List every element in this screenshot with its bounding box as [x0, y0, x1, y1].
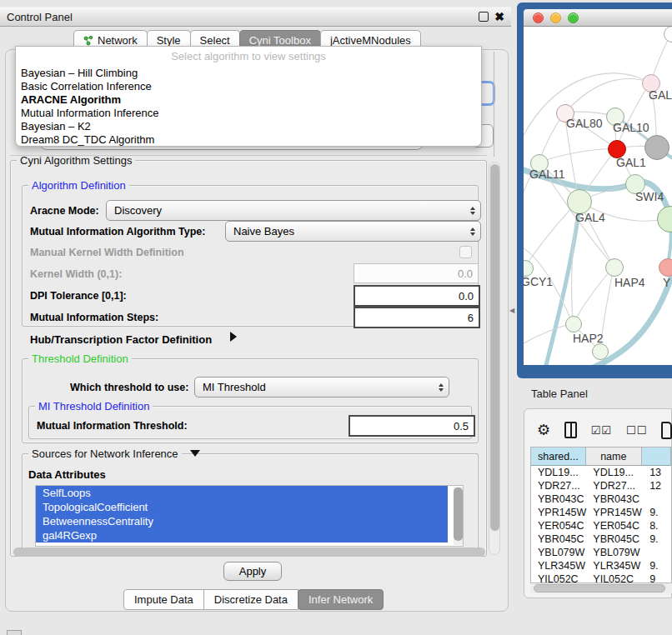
select-all-icon[interactable]: ☑☑ [591, 424, 612, 437]
bottom-tabbar: Impute Data Discretize Data Infer Networ… [123, 589, 383, 610]
table-cell: YDR27... [531, 480, 588, 492]
table-row[interactable]: YDL19...YDL19...13 [531, 466, 671, 479]
table-row[interactable]: YER054CYER054C8. [531, 519, 671, 532]
table-row[interactable]: YBL079WYBL079W [531, 546, 671, 559]
document-icon[interactable] [661, 422, 672, 439]
float-panel-icon[interactable] [479, 12, 489, 22]
aracne-mode-select[interactable]: Discovery [106, 200, 481, 221]
table-row[interactable]: YDR27...YDR27...12 [531, 479, 671, 492]
algorithm-option[interactable]: Bayesian – Hill Climbing [16, 67, 481, 80]
sources-group-title[interactable]: Sources for Network Inference [28, 448, 182, 459]
table-row[interactable]: YBR045CYBR045C9. [531, 532, 671, 546]
table-cell: YBL079W [531, 547, 588, 558]
which-threshold-select[interactable]: MI Threshold [194, 377, 449, 398]
data-attribute-item[interactable]: BetweennessCentrality [36, 514, 448, 528]
settings-vscrollbar-thumb[interactable] [490, 164, 499, 531]
column-header-partial[interactable] [642, 448, 671, 466]
aracne-mode-value: Discovery [114, 204, 162, 217]
mi-type-select[interactable]: Naive Bayes [225, 221, 481, 242]
data-attribute-item[interactable]: SelfLoops [36, 486, 448, 500]
table-cell: 13 [646, 467, 671, 478]
network-node[interactable] [605, 258, 624, 277]
mi-steps-field[interactable]: 6 [354, 307, 480, 328]
table-row[interactable]: YPR145WYPR145W9. [531, 506, 671, 519]
data-attribute-item[interactable]: TopologicalCoefficient [36, 500, 448, 514]
network-canvas[interactable]: GALGAL80GAL10GAL1GAL11SWI4GAL4GCY1HAP4YH… [524, 27, 672, 365]
node-label: GAL80 [566, 117, 603, 130]
table-cell: 12 [646, 480, 671, 492]
tab-label: Style [157, 34, 181, 47]
table-header-row: shared... name [531, 448, 671, 466]
dpi-tolerance-field[interactable]: 0.0 [354, 285, 480, 307]
manual-kernel-checkbox[interactable] [459, 246, 472, 258]
collapse-arrow-icon[interactable] [190, 450, 200, 457]
table-row[interactable]: YLR345WYLR345W9. [531, 559, 671, 572]
table-hscrollbar-thumb[interactable] [534, 584, 665, 592]
apply-button[interactable]: Apply [223, 562, 282, 581]
list-scrollbar-thumb[interactable] [454, 488, 463, 541]
table-cell: 9. [646, 560, 671, 572]
algorithm-option[interactable]: Bayesian – K2 [16, 120, 481, 133]
table-cell: YDR27... [588, 480, 646, 492]
stepper-icon [470, 207, 475, 215]
which-threshold-value: MI Threshold [203, 381, 266, 393]
kernel-width-field[interactable]: 0.0 [354, 263, 479, 283]
network-node[interactable] [565, 316, 582, 332]
divider [494, 52, 494, 157]
node-label: GAL1 [616, 156, 646, 169]
tab-discretize-data[interactable]: Discretize Data [203, 589, 298, 610]
tab-label: jActiveMNodules [330, 34, 411, 47]
tab-label: Cyni Toolbox [249, 34, 311, 47]
table-cell: YIL052C [588, 573, 646, 583]
deselect-all-icon[interactable]: ☐☐ [626, 424, 647, 437]
algorithm-popup-list: Bayesian – Hill ClimbingBasic Correlatio… [16, 67, 481, 147]
table-cell: YDL19... [588, 467, 646, 478]
settings-group-title: Cyni Algorithm Settings [17, 155, 135, 166]
expand-arrow-icon[interactable] [230, 332, 237, 342]
mi-type-value: Naive Bayes [233, 225, 294, 238]
data-attributes-list[interactable]: SelfLoopsTopologicalCoefficientBetweenne… [35, 485, 464, 547]
minimize-window-icon[interactable] [550, 12, 561, 23]
table-row[interactable]: YBR043CYBR043C [531, 492, 671, 506]
column-header-name[interactable]: name [586, 448, 642, 466]
split-view-icon[interactable] [564, 422, 577, 438]
panel-collapse-handle[interactable]: ◀ [509, 307, 514, 314]
tab-label: Network [98, 34, 138, 47]
corner-widget[interactable] [7, 630, 22, 635]
network-window-titlebar[interactable] [524, 9, 672, 27]
tab-impute-data[interactable]: Impute Data [123, 589, 204, 610]
table-cell: YPR145W [588, 507, 646, 518]
stepper-icon [439, 383, 444, 392]
settings-gear-icon[interactable]: ⚙ [537, 422, 550, 438]
data-attribute-item[interactable]: gal4RGexp [36, 528, 448, 542]
hub-definition-label[interactable]: Hub/Transcription Factor Definition [30, 333, 212, 346]
table-cell: YBR045C [588, 533, 646, 545]
mi-threshold-field[interactable]: 0.5 [349, 415, 475, 437]
node-label: GAL4 [575, 211, 605, 224]
attribute-table[interactable]: shared... name YDL19...YDL19...13YDR27..… [530, 447, 672, 583]
mi-steps-label: Mutual Information Steps: [30, 312, 158, 323]
close-window-icon[interactable] [533, 12, 544, 23]
table-cell: 9 [646, 573, 671, 583]
column-header-shared[interactable]: shared... [531, 448, 586, 466]
manual-kernel-label: Manual Kernel Width Definition [30, 247, 184, 258]
table-row[interactable]: YIL052CYIL052C9 [531, 572, 671, 583]
node-label: GCY1 [524, 275, 553, 288]
algorithm-option[interactable]: ARACNE Algorithm [16, 93, 481, 107]
table-cell: YER054C [531, 520, 588, 532]
algorithm-definition-title: Algorithm Definition [28, 180, 129, 191]
tab-infer-network[interactable]: Infer Network [298, 589, 384, 610]
algorithm-option[interactable]: Basic Correlation Inference [16, 80, 481, 93]
zoom-window-icon[interactable] [568, 12, 579, 23]
network-node[interactable] [644, 135, 669, 160]
aracne-mode-label: Aracne Mode: [30, 205, 99, 217]
settings-hscrollbar-thumb[interactable] [13, 548, 485, 557]
table-panel-title: Table Panel [531, 388, 588, 400]
algorithm-option[interactable]: Mutual Information Inference [16, 107, 481, 120]
data-attributes-label: Data Attributes [28, 468, 106, 481]
network-node[interactable] [659, 258, 672, 277]
algorithm-option[interactable]: Dream8 DC_TDC Algorithm [16, 133, 481, 147]
close-panel-icon[interactable]: ✖ [494, 11, 504, 22]
stepper-icon [470, 228, 475, 236]
network-node[interactable] [592, 343, 609, 360]
